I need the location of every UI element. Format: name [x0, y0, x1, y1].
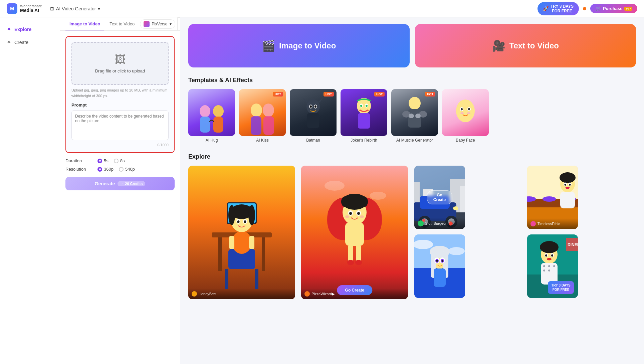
svg-point-66	[349, 212, 352, 215]
notification-dot[interactable]	[583, 7, 586, 10]
svg-point-126	[543, 269, 545, 271]
hero-text-to-video[interactable]: 🎥 Text to Video	[415, 24, 636, 67]
hero-itv-content: 🎬 Image to Video	[262, 39, 336, 52]
svg-point-115	[441, 260, 443, 262]
video-icon: ⊞	[50, 6, 54, 11]
logo[interactable]: M Wondershare Media AI	[7, 3, 42, 14]
resolution-360p-radio[interactable]	[97, 167, 102, 172]
explore-card-beach-anime[interactable]	[414, 234, 465, 298]
explore-icon: ✦	[7, 26, 11, 32]
template-ai-hug[interactable]: AI Hug	[188, 89, 235, 143]
sidebar-item-explore[interactable]: ✦ Explore	[0, 23, 60, 36]
create-icon: ✧	[7, 39, 11, 45]
try-3-days-corner[interactable]: TRY 3 DAYSFOR FREE	[548, 281, 574, 294]
logo-icon: M	[7, 3, 17, 14]
svg-point-127	[548, 269, 550, 271]
pixverse-selector[interactable]: PixVerse ▾	[140, 19, 175, 29]
svg-rect-7	[263, 116, 274, 135]
explore-section-title: Explore	[188, 153, 636, 160]
generate-button[interactable]: Generate → 20 Credits	[65, 177, 175, 190]
resolution-540p-radio[interactable]	[119, 167, 124, 172]
honeybee-user: HoneyBee	[192, 291, 216, 297]
hot-badge: HOT	[273, 92, 283, 97]
duration-8s-radio[interactable]	[114, 159, 119, 163]
hot-badge-joker: HOT	[374, 92, 385, 97]
tab-image-to-video[interactable]: Image to Video	[65, 17, 104, 30]
ai-video-generator-nav[interactable]: ⊞ AI Video Generator ▾	[47, 5, 103, 13]
svg-rect-17	[358, 113, 370, 129]
svg-point-34	[467, 112, 470, 114]
go-create-button-sloth[interactable]: Go Create	[427, 190, 452, 204]
chevron-down-icon: ▾	[98, 6, 100, 11]
explore-overlay-timeless: TimelessEthic	[527, 218, 578, 229]
template-jokers-rebirth[interactable]: HOT	[341, 89, 387, 143]
explore-card-honeybee[interactable]: HoneyBee	[188, 166, 295, 299]
pizza-wizard-user: PizzaWizard▶	[304, 291, 335, 297]
svg-point-26	[409, 114, 414, 118]
svg-rect-109	[434, 268, 446, 287]
hero-image-to-video[interactable]: 🎬 Image to Video	[188, 24, 410, 67]
sidebar-item-create[interactable]: ✧ Create	[0, 36, 60, 49]
svg-point-14	[310, 106, 312, 108]
explore-card-diner-woman[interactable]: DINER	[527, 234, 578, 298]
explore-card-timeless-ethic[interactable]: TimelessEthic	[527, 166, 578, 229]
templates-grid: AI Hug HOT AI Kiss	[188, 89, 636, 144]
svg-point-15	[314, 106, 316, 108]
svg-marker-9	[303, 98, 308, 103]
sloth-avatar	[418, 220, 424, 226]
hot-badge-muscle: HOT	[425, 92, 435, 97]
duration-8s-label: 8s	[120, 158, 125, 163]
resolution-540p-option[interactable]: 540p	[119, 167, 135, 172]
svg-rect-78	[460, 186, 465, 212]
svg-point-22	[409, 97, 421, 110]
upload-sub-text: Upload jpg, jpeg, png images up to 20 MB…	[71, 87, 169, 99]
logo-text: Wondershare Media AI	[20, 4, 42, 13]
svg-point-98	[564, 184, 566, 186]
svg-point-125	[553, 265, 555, 267]
try-free-button[interactable]: 🚀 TRY 3 DAYSFOR FREE	[538, 2, 579, 15]
svg-point-0	[200, 105, 210, 117]
resolution-options: 360p 540p	[97, 167, 135, 172]
template-ai-kiss[interactable]: HOT AI Kiss	[239, 89, 286, 143]
svg-point-35	[457, 109, 461, 115]
purchase-button[interactable]: 🛒 Purchase VIP	[590, 4, 637, 13]
header: M Wondershare Media AI ⊞ AI Video Genera…	[0, 0, 644, 17]
resolution-360p-option[interactable]: 360p	[97, 167, 114, 172]
svg-point-5	[263, 104, 274, 117]
template-baby-face-label: Baby Face	[442, 138, 489, 143]
duration-5s-radio[interactable]	[97, 159, 102, 163]
template-batman[interactable]: HOT	[290, 89, 337, 143]
svg-point-58	[370, 192, 386, 200]
svg-point-1	[213, 105, 224, 117]
svg-rect-71	[356, 245, 361, 262]
nav-label: AI Video Generator	[56, 6, 96, 11]
generate-label: Generate	[95, 181, 115, 186]
duration-5s-option[interactable]: 5s	[97, 158, 109, 163]
chevron-down-icon: ▾	[170, 22, 172, 26]
svg-point-121	[540, 241, 559, 253]
template-ai-muscle-label: AI Muscle Generator	[391, 138, 438, 143]
logo-product: Media AI	[20, 8, 42, 13]
template-ai-muscle[interactable]: HOT AI Muscle Generator	[391, 89, 438, 143]
svg-point-53	[237, 220, 240, 223]
svg-point-73	[355, 260, 362, 265]
svg-point-100	[566, 187, 570, 189]
explore-card-pizza-wizard[interactable]: PizzaWizard▶ Go Create	[301, 166, 408, 299]
upload-zone[interactable]: 🖼 Drag file or click to upload	[71, 42, 169, 85]
tab-text-to-video[interactable]: Text to Video	[105, 17, 139, 30]
prompt-counter: 0/1000	[71, 143, 169, 147]
go-create-button-pizza[interactable]: Go Create	[337, 285, 372, 295]
svg-point-72	[347, 260, 354, 265]
svg-rect-3	[213, 117, 223, 133]
hero-itv-label: Image to Video	[279, 41, 336, 50]
svg-point-21	[366, 105, 368, 107]
prompt-input[interactable]	[71, 110, 169, 140]
resolution-row: Resolution 360p 540p	[65, 167, 175, 172]
rocket-icon: 🚀	[543, 6, 549, 11]
template-baby-face[interactable]: Baby Face	[442, 89, 489, 143]
templates-section-title: Templates & AI Effects	[188, 77, 636, 84]
duration-8s-option[interactable]: 8s	[114, 158, 125, 163]
hero-ttv-content: 🎥 Text to Video	[492, 39, 559, 52]
explore-card-sloth-surgeon[interactable]: Go Create SlothSurgeon 🔴	[414, 166, 465, 229]
panel-collapse-button[interactable]: ‹	[177, 17, 180, 31]
